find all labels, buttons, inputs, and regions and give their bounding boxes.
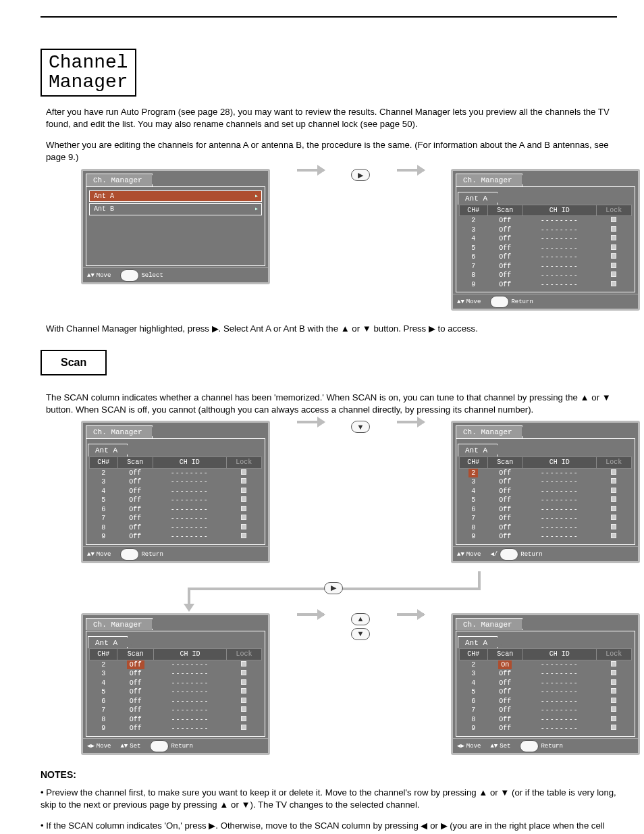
osd-table-panel-rowhl[interactable]: Ch. Manager Ant A CH# Scan CH ID Lock 2O… [451, 421, 640, 563]
arrow-right-icon [397, 421, 424, 423]
intro-para-1: After you have run Auto Program (see pag… [41, 106, 617, 130]
menu-item-ant-a[interactable]: Ant A ▸ [89, 190, 262, 203]
lock-icon [611, 217, 616, 222]
page-title-line2: Manager [49, 72, 128, 92]
intro-para-2: Whether you are editing the channels for… [41, 139, 617, 163]
chevron-right-icon: ▸ [254, 205, 259, 214]
lock-icon [611, 271, 616, 277]
hint-bar: ▲▼ Move Return [453, 294, 638, 309]
lock-icon [611, 244, 616, 250]
osd-menu-panel[interactable]: Ch. Manager Ant A ▸ Ant B ▸ ▲▼ Move S [81, 169, 270, 284]
page-title-box: Channel Manager [41, 49, 136, 97]
osd-table-panel-chcol[interactable]: Ch. Manager Ant A CH# Scan CH ID Lock 2O… [81, 421, 270, 563]
remote-up-button[interactable]: ▲ [351, 613, 370, 625]
osd-tab: Ch. Manager [456, 174, 522, 186]
arrow-right-icon [297, 421, 324, 423]
remote-right-button[interactable]: ▶ [324, 582, 343, 594]
page-top-rule [41, 16, 617, 18]
osd-subtab: Ant A [458, 192, 498, 205]
lock-icon [611, 226, 616, 232]
lock-icon [611, 253, 616, 259]
lock-icon [611, 281, 616, 286]
page-title-line1: Channel [49, 53, 128, 72]
svg-marker-0 [184, 604, 194, 612]
menu-item-ant-b[interactable]: Ant B ▸ [89, 203, 262, 215]
remote-down-button[interactable]: ▼ [351, 421, 370, 433]
notes-label: NOTES: [41, 768, 617, 781]
arrow-right-icon [297, 169, 324, 172]
arrow-right-icon [297, 613, 324, 616]
scan-lead: The SCAN column indicates whether a chan… [41, 392, 617, 416]
note-2: • If the SCAN column indicates 'On,' pre… [41, 820, 617, 834]
osd-table-panel-scan-on[interactable]: Ch. Manager Ant A CH# Scan CH ID Lock 2O… [451, 613, 640, 755]
scan-heading: Scan [41, 350, 107, 375]
after-step1: With Channel Manager highlighted, press … [41, 323, 617, 335]
note-1: • Preview the channel first, to make sur… [41, 787, 617, 811]
osd-table-panel-scanhl[interactable]: Ch. Manager Ant A CH# Scan CH ID Lock 2O… [81, 613, 270, 755]
osd-tab: Ch. Manager [86, 174, 153, 186]
remote-right-button[interactable]: ▶ [351, 169, 370, 181]
chevron-right-icon: ▸ [254, 192, 259, 201]
arrow-right-icon [397, 613, 424, 616]
arrow-right-icon [397, 169, 424, 172]
lock-icon [611, 263, 616, 268]
channel-table: CH# Scan CH ID Lock 2Off-------- 3Off---… [459, 205, 632, 290]
osd-table-panel-1[interactable]: Ch. Manager Ant A CH# Scan CH ID Lock 2O… [451, 169, 640, 311]
lock-icon [611, 235, 616, 240]
hint-bar: ▲▼ Move Select [83, 267, 268, 282]
remote-down-button[interactable]: ▼ [351, 628, 370, 640]
